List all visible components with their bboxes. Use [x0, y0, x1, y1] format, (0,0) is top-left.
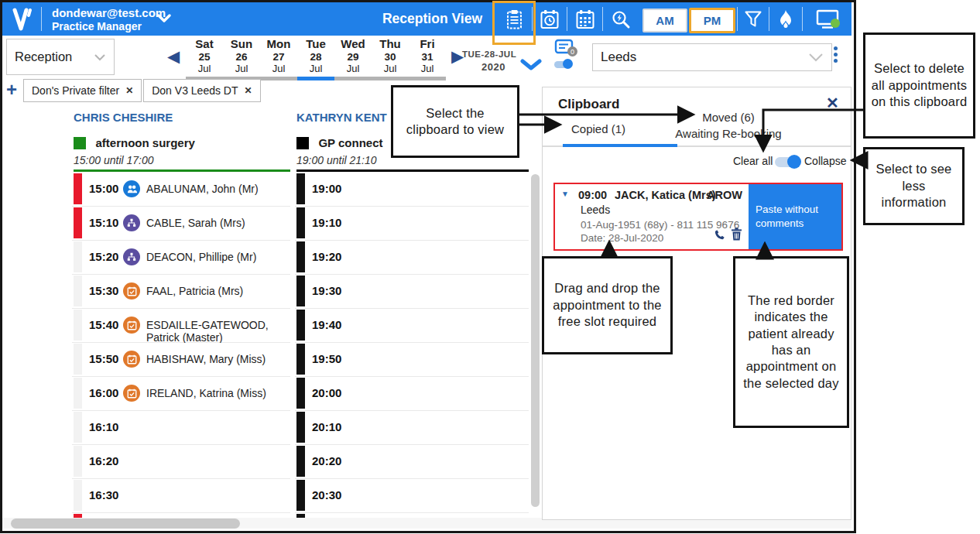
slot-time: 19:00 [312, 182, 341, 195]
slot-status-bar [296, 310, 305, 341]
booked-icon [123, 351, 140, 368]
double-booking-icon [123, 180, 140, 197]
slot-status-bar [296, 241, 305, 272]
filter-tab[interactable]: Don's Private filter✕ [23, 79, 142, 102]
filter-tab-label: Don V3 Leeds DT [152, 84, 238, 97]
appointment-slot[interactable]: 19:50 [295, 343, 529, 377]
day-thu[interactable]: Thu30Jul [372, 37, 409, 76]
appointment-slot[interactable]: 19:00 [295, 173, 529, 207]
appointment-slot[interactable]: 20:20 [295, 445, 529, 479]
session-screen-button[interactable] [804, 2, 851, 36]
patient-name: ABALUNAM, John (Mr) [146, 183, 259, 195]
appointment-slot[interactable]: 19:40 [295, 309, 529, 343]
appointment-slot[interactable]: 19:30 [295, 275, 529, 309]
slot-status-bar [296, 412, 305, 443]
appointment-slot[interactable]: 15:30FAAL, Patricia (Mrs) [72, 275, 290, 309]
phone-icon[interactable] [714, 229, 725, 241]
day-wed[interactable]: Wed29Jul [334, 37, 372, 76]
patient-name: ESDAILLE-GATEWOOD, Patrick (Master) [146, 319, 290, 344]
close-icon[interactable]: ✕ [245, 85, 252, 96]
card-date: Date: 28-Jul-2020 [581, 232, 663, 244]
appointment-slot[interactable]: 16:00IRELAND, Katrina (Miss) [72, 377, 290, 411]
slot-time: 15:30 [89, 284, 118, 297]
session-color-swatch [296, 137, 309, 149]
am-toggle-button[interactable]: AM [642, 9, 687, 33]
slot-status-bar [296, 378, 305, 409]
delete-icon[interactable] [731, 228, 742, 241]
location-selector-dropdown[interactable]: Leeds [592, 43, 832, 71]
vision-logo-icon [10, 7, 36, 32]
tab-moved-awaiting[interactable]: Moved (6) Awaiting Re-booking [666, 109, 790, 142]
day-fri[interactable]: Fri31Jul [409, 37, 446, 76]
chevron-down-icon [94, 53, 106, 61]
expand-triangle-icon[interactable]: ▼ [561, 190, 569, 198]
filter-tab-label: Don's Private filter [32, 84, 119, 97]
linked-appointment-icon [123, 248, 140, 265]
previous-week-button[interactable]: ◀ [167, 48, 180, 64]
user-menu-chevron-icon[interactable] [157, 14, 171, 22]
schedule-column-chris: 15:00ABALUNAM, John (Mr)15:10CABLE, Sara… [72, 173, 290, 527]
appointment-slot[interactable]: 16:20 [72, 445, 290, 479]
slot-time: 20:30 [312, 488, 341, 501]
appointment-slot[interactable]: 16:30 [72, 479, 290, 513]
divider [41, 7, 42, 31]
slot-status-bar [74, 412, 82, 443]
slot-time: 16:00 [89, 386, 118, 399]
appointment-slot[interactable]: 15:40ESDAILLE-GATEWOOD, Patrick (Master) [72, 309, 290, 343]
add-filter-button[interactable]: + [6, 79, 17, 101]
slot-time: 15:20 [89, 250, 118, 263]
pm-label: PM [704, 14, 721, 27]
filter-button[interactable] [738, 2, 769, 36]
more-options-menu[interactable] [834, 44, 838, 65]
day-tue[interactable]: Tue28Jul [297, 37, 334, 76]
filter-tab[interactable]: Don V3 Leeds DT✕ [143, 79, 260, 102]
appointment-slot[interactable]: 15:20DEACON, Phillipe (Mr) [72, 241, 290, 275]
slot-status-bar [296, 446, 305, 477]
appointment-clock-button[interactable] [533, 2, 567, 36]
appointment-slot[interactable]: 20:10 [295, 411, 529, 445]
patient-name: IRELAND, Katrina (Miss) [146, 387, 266, 399]
appointment-slot[interactable]: 15:00ABALUNAM, John (Mr) [72, 173, 290, 207]
card-time: 09:00 [578, 189, 607, 201]
appointment-slot[interactable]: 16:10 [72, 411, 290, 445]
provider-name: KATHRYN KENT [296, 111, 387, 124]
patient-name: HABISHAW, Mary (Miss) [146, 353, 266, 365]
active-tab-underline [563, 144, 677, 147]
vertical-scrollbar[interactable] [531, 174, 540, 507]
view-selector-value: Reception [15, 50, 72, 64]
close-icon[interactable]: ✕ [125, 85, 133, 96]
pm-toggle-button[interactable]: PM [689, 8, 735, 33]
appointment-slot[interactable]: 20:30 [295, 479, 529, 513]
appointment-slot[interactable]: 15:10CABLE, Sarah (Mrs) [72, 207, 290, 241]
day-sat[interactable]: Sat25Jul [186, 37, 223, 76]
day-mon[interactable]: Mon27Jul [260, 37, 297, 76]
clipboard-appointment-card[interactable]: ▼ 09:00 JACK, Katica (Mrs) AROW Leeds 01… [553, 183, 843, 251]
card-patient: JACK, Katica (Mrs) [615, 189, 716, 201]
horizontal-scrollbar[interactable] [11, 519, 240, 529]
calendar-button[interactable] [567, 2, 602, 36]
slot-search-button[interactable] [603, 2, 638, 36]
clear-all-button[interactable]: Clear all [733, 155, 773, 167]
flame-button[interactable] [769, 2, 802, 36]
messages-widget[interactable]: 0 [554, 39, 581, 71]
appointment-slot[interactable]: 19:20 [295, 241, 529, 275]
clipboard-highlight-box [492, 1, 536, 45]
callout-see-less: Select to see less information [863, 147, 965, 225]
appointment-slot[interactable]: 15:50HABISHAW, Mary (Miss) [72, 343, 290, 377]
close-icon[interactable]: ✕ [826, 94, 839, 112]
day-sun[interactable]: Sun26Jul [223, 37, 260, 76]
header-bar: dondewar@test.com Practice Manager Recep… [2, 2, 852, 36]
appointment-slot[interactable]: 19:10 [295, 207, 529, 241]
session-color-swatch [74, 137, 86, 149]
tab-copied[interactable]: Copied (1) [571, 122, 625, 135]
expand-date-chevron-icon[interactable] [520, 59, 542, 70]
slot-status-bar [296, 344, 305, 375]
appointment-slot[interactable]: 20:00 [295, 377, 529, 411]
selected-year: 2020 [481, 61, 505, 73]
view-selector-dropdown[interactable]: Reception [6, 39, 115, 75]
slot-status-bar [74, 207, 82, 238]
paste-without-comments-button[interactable]: Paste without comments [749, 184, 841, 249]
slot-time: 19:30 [312, 284, 341, 297]
slot-status-bar [296, 276, 305, 306]
session-time-range: 19:00 until 21:10 [296, 154, 377, 166]
